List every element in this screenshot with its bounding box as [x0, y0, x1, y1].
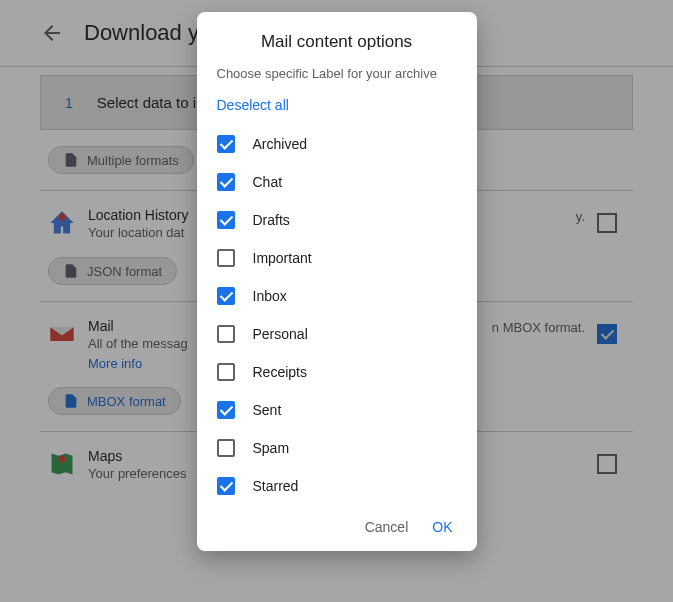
label-checkbox[interactable] — [217, 173, 235, 191]
dialog-actions: Cancel OK — [197, 505, 477, 539]
label-item[interactable]: Archived — [217, 125, 465, 163]
cancel-button[interactable]: Cancel — [365, 519, 409, 535]
label-text: Spam — [253, 440, 290, 456]
label-text: Inbox — [253, 288, 287, 304]
label-text: Chat — [253, 174, 283, 190]
ok-button[interactable]: OK — [432, 519, 452, 535]
label-text: Starred — [253, 478, 299, 494]
dialog-title: Mail content options — [197, 32, 477, 66]
label-item[interactable]: Spam — [217, 429, 465, 467]
label-text: Personal — [253, 326, 308, 342]
label-checkbox[interactable] — [217, 439, 235, 457]
modal-overlay: Mail content options Choose specific Lab… — [0, 0, 673, 602]
label-checkbox[interactable] — [217, 287, 235, 305]
label-item[interactable]: Personal — [217, 315, 465, 353]
mail-content-options-dialog: Mail content options Choose specific Lab… — [197, 12, 477, 551]
label-checkbox[interactable] — [217, 325, 235, 343]
label-checkbox[interactable] — [217, 211, 235, 229]
label-checkbox[interactable] — [217, 363, 235, 381]
label-checkbox[interactable] — [217, 477, 235, 495]
label-text: Important — [253, 250, 312, 266]
label-text: Drafts — [253, 212, 290, 228]
label-checkbox[interactable] — [217, 401, 235, 419]
label-text: Receipts — [253, 364, 307, 380]
label-item[interactable]: Sent — [217, 391, 465, 429]
label-item[interactable]: Receipts — [217, 353, 465, 391]
label-item[interactable]: Inbox — [217, 277, 465, 315]
label-checkbox[interactable] — [217, 135, 235, 153]
label-item[interactable]: Drafts — [217, 201, 465, 239]
label-item[interactable]: Starred — [217, 467, 465, 505]
label-text: Archived — [253, 136, 307, 152]
label-checkbox[interactable] — [217, 249, 235, 267]
dialog-scroll-area[interactable]: Choose specific Label for your archive D… — [197, 66, 477, 505]
deselect-all-link[interactable]: Deselect all — [217, 91, 465, 125]
label-item[interactable]: Chat — [217, 163, 465, 201]
label-item[interactable]: Important — [217, 239, 465, 277]
dialog-subtitle: Choose specific Label for your archive — [217, 66, 465, 91]
label-text: Sent — [253, 402, 282, 418]
